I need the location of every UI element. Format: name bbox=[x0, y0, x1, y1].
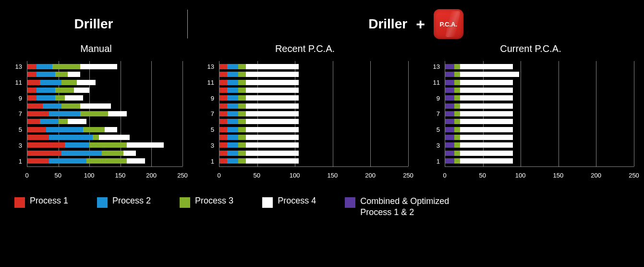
bar-segment-p2 bbox=[49, 158, 86, 164]
bar-segment-p4 bbox=[68, 119, 86, 124]
y-tick-label: 5 bbox=[427, 127, 443, 132]
bar-segment-p3 bbox=[61, 80, 77, 85]
bar-segment-p1 bbox=[27, 151, 61, 156]
x-tick-label: 0 bbox=[25, 172, 28, 179]
y-tick-label: 1 bbox=[202, 159, 217, 164]
bar-segment-p4 bbox=[246, 151, 299, 156]
bar-segment-p4 bbox=[77, 80, 96, 85]
bar-segment-p4 bbox=[460, 111, 513, 116]
bar-row bbox=[445, 95, 634, 101]
bar-segment-p4 bbox=[246, 103, 299, 109]
bar-row bbox=[219, 127, 408, 132]
bar-segment-p4 bbox=[460, 151, 513, 156]
grid-line bbox=[408, 61, 409, 166]
bar-segment-p4 bbox=[127, 142, 164, 148]
bar-segment-p2 bbox=[227, 64, 239, 69]
swatch-process-3 bbox=[180, 197, 190, 208]
bar-segment-p2 bbox=[227, 111, 239, 116]
chart-recent: Recent P.C.A. 135791113050100150200250 bbox=[202, 43, 408, 181]
x-axis-labels: 050100150200250 bbox=[445, 170, 634, 181]
bar-segment-p3 bbox=[454, 151, 461, 156]
bar-segment-p4 bbox=[246, 95, 299, 101]
bar-segment-p3 bbox=[59, 119, 68, 124]
y-tick-label: 7 bbox=[10, 111, 25, 116]
bar-segment-p3 bbox=[238, 103, 246, 109]
bar-segment-p2 bbox=[227, 119, 239, 124]
pca-badge-label: P.C.A. bbox=[440, 21, 458, 28]
legend-combined: Combined & Optimized Process 1 & 2 bbox=[345, 196, 470, 217]
bar-row bbox=[27, 111, 182, 116]
legend-label-p1: Process 1 bbox=[30, 196, 68, 206]
bar-row bbox=[219, 158, 408, 164]
bar-segment-p3 bbox=[238, 119, 246, 124]
bar-segment-p1 bbox=[27, 119, 40, 124]
bar-segment-p2 bbox=[227, 95, 239, 101]
bar-segment-p2 bbox=[46, 127, 84, 132]
bar-segment-pc bbox=[445, 158, 454, 164]
bar-segment-p2 bbox=[61, 151, 102, 156]
bar-segment-p3 bbox=[238, 135, 246, 140]
bar-segment-p1 bbox=[219, 88, 227, 93]
chart-manual: Manual 135791113050100150200250 bbox=[10, 43, 182, 181]
header-left: Driller bbox=[0, 16, 187, 32]
bar-segment-p3 bbox=[238, 64, 246, 69]
x-tick-label: 100 bbox=[84, 172, 95, 179]
bar-row bbox=[219, 64, 408, 69]
title-driller-right: Driller bbox=[368, 16, 407, 32]
bar-segment-p4 bbox=[80, 103, 111, 109]
bar-segment-p4 bbox=[105, 127, 117, 132]
bar-segment-p1 bbox=[219, 158, 227, 164]
legend-process-1: Process 1 bbox=[14, 196, 68, 208]
bar-segment-p4 bbox=[123, 151, 136, 156]
y-tick-label bbox=[202, 72, 217, 77]
bar-row bbox=[445, 88, 634, 93]
bar-segment-p3 bbox=[454, 80, 461, 85]
chart-title-current: Current P.C.A. bbox=[427, 43, 634, 54]
bar-segment-p3 bbox=[83, 127, 105, 132]
bar-segment-pc bbox=[445, 88, 454, 93]
bar-segment-p3 bbox=[238, 158, 246, 164]
bar-segment-p1 bbox=[219, 111, 227, 116]
bar-segment-p3 bbox=[454, 95, 461, 101]
bar-segment-p1 bbox=[27, 80, 40, 85]
y-tick-label: 9 bbox=[10, 96, 25, 101]
x-tick-label: 150 bbox=[328, 172, 338, 179]
bar-segment-p1 bbox=[219, 119, 227, 124]
bars-area bbox=[445, 64, 634, 164]
y-tick-label: 5 bbox=[10, 127, 25, 132]
y-tick-label bbox=[10, 119, 25, 125]
bar-segment-pc bbox=[445, 142, 454, 148]
chart-title-recent: Recent P.C.A. bbox=[202, 43, 408, 54]
y-tick-label: 5 bbox=[202, 127, 217, 132]
plot-current: 135791113050100150200250 bbox=[427, 61, 634, 181]
bar-segment-p4 bbox=[460, 135, 513, 140]
bar-segment-p2 bbox=[227, 158, 239, 164]
y-tick-label: 11 bbox=[427, 80, 443, 85]
bar-row bbox=[445, 151, 634, 156]
title-driller-left: Driller bbox=[74, 16, 113, 32]
bar-segment-p3 bbox=[52, 64, 80, 69]
bars-area bbox=[219, 64, 408, 164]
bar-segment-pc bbox=[445, 64, 454, 69]
bar-segment-p2 bbox=[227, 142, 239, 148]
bar-segment-p4 bbox=[460, 119, 513, 124]
x-tick-label: 150 bbox=[553, 172, 564, 179]
bar-segment-p4 bbox=[246, 111, 299, 116]
bar-segment-p3 bbox=[55, 95, 64, 101]
y-tick-label bbox=[10, 103, 25, 109]
y-tick-label bbox=[10, 151, 25, 156]
bar-row bbox=[445, 103, 634, 109]
bar-row bbox=[219, 119, 408, 124]
bar-segment-p3 bbox=[454, 111, 461, 116]
y-tick-label bbox=[10, 88, 25, 93]
bar-segment-p2 bbox=[227, 80, 239, 85]
x-tick-label: 150 bbox=[115, 172, 126, 179]
bar-segment-p3 bbox=[454, 119, 461, 124]
y-tick-label: 1 bbox=[10, 159, 25, 164]
bar-segment-p3 bbox=[86, 158, 127, 164]
bar-row bbox=[219, 80, 408, 85]
bar-segment-p3 bbox=[238, 72, 246, 77]
bar-segment-p4 bbox=[246, 80, 299, 85]
bar-segment-p2 bbox=[36, 88, 55, 93]
y-tick-label: 13 bbox=[202, 64, 217, 69]
